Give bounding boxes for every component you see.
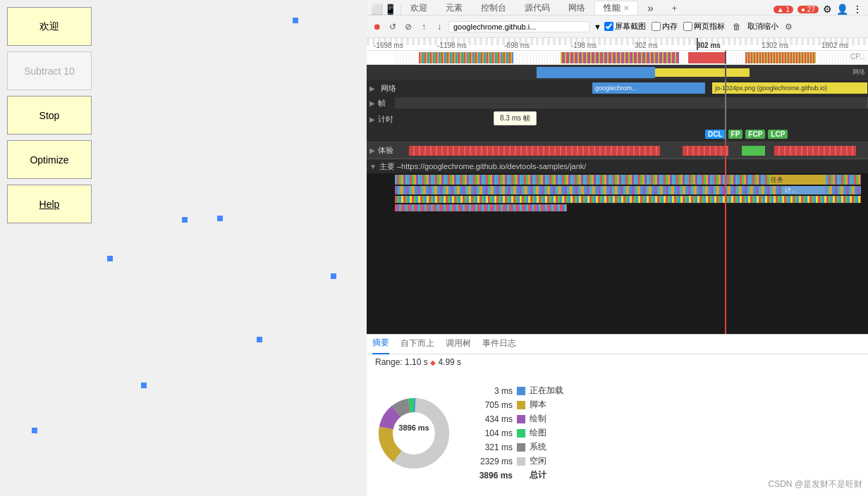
network-overview: 网络	[367, 65, 868, 80]
tab-elements[interactable]: 元素	[436, 1, 472, 15]
dcl-badge: DCL	[705, 130, 726, 139]
network-row: ▶ 网络 googlechrom... jo-1024px.png (googl…	[367, 80, 868, 96]
network-label: 网络	[378, 83, 399, 94]
tab-summary[interactable]: 摘要	[372, 335, 389, 354]
dot-4	[107, 256, 113, 261]
tab-performance[interactable]: 性能 ✕	[594, 1, 638, 15]
ruler-mark-2: -1198 ms	[437, 42, 467, 49]
network-vline	[725, 80, 726, 96]
subtract10-button[interactable]: Subtract 10	[7, 51, 92, 90]
tab-event-log[interactable]: 事件日志	[482, 335, 516, 354]
ruler-mark-5: 302 ms	[635, 42, 658, 49]
legend-idle-label: 空闲	[530, 455, 546, 467]
timer-expand[interactable]: ▶	[369, 116, 375, 123]
tab-more[interactable]: »	[638, 1, 663, 15]
network-item-1: googlechrom...	[595, 85, 637, 92]
legend-paint-ms: 104 ms	[474, 428, 513, 438]
tab-close-icon[interactable]: ✕	[623, 4, 629, 12]
frame-tooltip: 8.3 ms 帧	[494, 111, 537, 125]
tab-bottom-up[interactable]: 自下而上	[401, 335, 434, 354]
dot-3	[331, 273, 336, 279]
tab-console[interactable]: 控制台	[472, 1, 515, 15]
screenshot-checkbox-group: 屏幕截图	[604, 21, 649, 32]
main-label: 主要 –https://googlechrome.github.io/devto…	[379, 161, 587, 172]
devtools-controls: ⏺ ↺ ⊘ ↑ ↓ googlechrome.github.i... ▼ 屏幕截…	[367, 16, 868, 38]
cpu-vline	[725, 51, 726, 64]
task-area: 任务 计...	[367, 173, 868, 334]
legend-idle-ms: 2329 ms	[474, 457, 513, 466]
timer-row: ▶ 计时 8.3 ms 帧	[367, 110, 868, 128]
dot-2	[217, 216, 223, 221]
tab-plus[interactable]: +	[663, 1, 686, 15]
fp-badge: FP	[728, 130, 743, 139]
legend-total-ms: 3896 ms	[474, 471, 513, 480]
settings-icon[interactable]: ⚙	[823, 4, 832, 15]
legend-system-label: 系统	[530, 441, 546, 453]
experience-label: 体验	[378, 145, 406, 156]
stop-button[interactable]: Stop	[7, 96, 92, 135]
memory-checkbox[interactable]	[652, 22, 661, 31]
cpu-label: CP...	[850, 53, 865, 61]
tab-call-tree[interactable]: 调用树	[446, 335, 471, 354]
svg-text:3896 ms: 3896 ms	[398, 423, 429, 432]
csdn-watermark: CSDN @是发财不是旺财	[768, 478, 862, 490]
legend-paint-label: 绘图	[530, 427, 546, 439]
phone-icon[interactable]: 📱	[384, 4, 396, 15]
bottom-content: 3896 ms 3 ms 正在加载 705 ms 脚本 434	[367, 370, 868, 496]
legend-total-color	[517, 471, 525, 480]
url-input[interactable]: googlechrome.github.i...	[448, 21, 589, 32]
timer-vline	[725, 110, 726, 128]
legend-paint: 104 ms 绘图	[474, 426, 563, 440]
compute-block: 计...	[783, 186, 826, 194]
settings-icon-controls[interactable]: ⚙	[783, 20, 795, 33]
help-button[interactable]: Help	[7, 185, 92, 223]
legend-total-label: 总计	[530, 469, 546, 481]
upload-button[interactable]: ↑	[417, 20, 430, 33]
legend-system-color	[517, 443, 525, 452]
tab-sources[interactable]: 源代码	[515, 1, 559, 15]
experience-row: ▶ 体验	[367, 142, 868, 159]
legend-loading-color	[517, 387, 525, 395]
dot-6	[141, 383, 147, 388]
record-button[interactable]: ⏺	[371, 20, 384, 33]
download-button[interactable]: ↓	[433, 20, 446, 33]
more-icon[interactable]: ⋮	[852, 4, 862, 15]
add10-button[interactable]: 欢迎	[7, 7, 92, 46]
optimize-button[interactable]: Optimize	[7, 140, 92, 179]
memory-checkbox-group: 内存	[652, 21, 680, 32]
timing-markers: DCL FP FCP LCP	[367, 128, 868, 142]
legend-system-ms: 321 ms	[474, 442, 513, 452]
webvitals-label: 网页指标	[694, 21, 725, 32]
ruler-mark-8: 1802 ms	[821, 42, 848, 49]
legend-render: 434 ms 绘制	[474, 412, 563, 426]
network-item-2: jo-1024px.png (googlechrome.github.io)	[715, 85, 827, 92]
dot-7	[32, 428, 37, 433]
experience-expand[interactable]: ▶	[369, 147, 375, 154]
screenshot-checkbox[interactable]	[604, 22, 613, 31]
network-expand[interactable]: ▶	[369, 85, 375, 92]
clear-button[interactable]: ⊘	[402, 20, 415, 33]
main-vline	[725, 159, 726, 173]
range-diamond: ◆	[430, 359, 436, 366]
frames-vline	[725, 96, 726, 110]
tab-network[interactable]: 网络	[559, 1, 594, 15]
user-icon[interactable]: 👤	[836, 4, 848, 15]
bottom-tabs: 摘要 自下而上 调用树 事件日志	[367, 335, 868, 354]
devtools-panel: ⬜ 📱 欢迎 元素 控制台 源代码 网络 性能 ✕ » + ▲ 1 ● 27 ⚙…	[367, 0, 868, 496]
tab-welcome[interactable]: 欢迎	[401, 1, 436, 15]
legend-script-ms: 705 ms	[474, 400, 513, 410]
dot-5	[257, 337, 262, 342]
timeline-cursor	[697, 38, 698, 50]
legend-table: 3 ms 正在加载 705 ms 脚本 434 ms 绘制	[474, 384, 563, 483]
reload-button[interactable]: ↺	[386, 20, 399, 33]
main-expand[interactable]: ▼	[369, 163, 377, 170]
webvitals-checkbox[interactable]	[683, 22, 692, 31]
cancel-shrink-button[interactable]: 取消缩小	[747, 21, 778, 32]
frames-expand[interactable]: ▶	[369, 99, 375, 107]
trash-icon[interactable]: 🗑	[731, 20, 743, 33]
legend-total: 3896 ms 总计	[474, 469, 563, 483]
fcp-badge: FCP	[745, 130, 765, 139]
screen-icon[interactable]: ⬜	[371, 4, 383, 15]
memory-label: 内存	[662, 21, 678, 32]
legend-idle: 2329 ms 空闲	[474, 454, 563, 469]
